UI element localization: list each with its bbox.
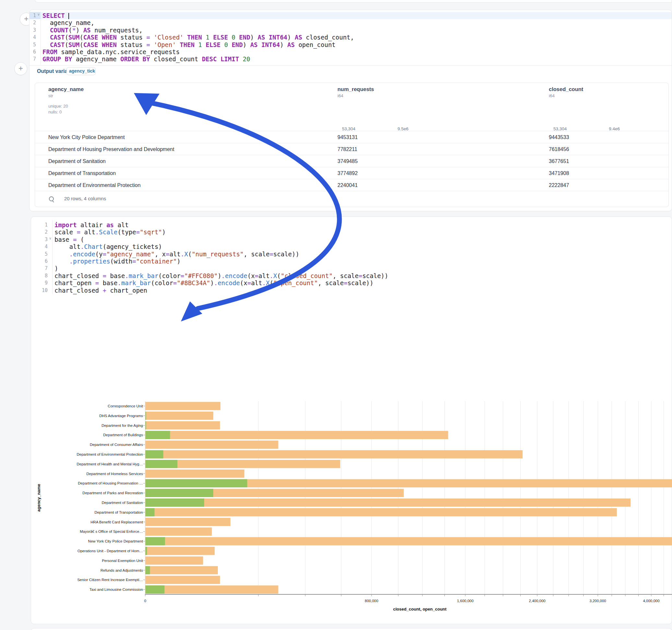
code-token: + (103, 287, 106, 294)
table-row[interactable]: New York City Police Department945313194… (35, 131, 668, 143)
line-number: 10 (31, 287, 48, 294)
line-number: 9 (31, 280, 48, 287)
code-line[interactable]: 2 agency_name, (29, 19, 672, 26)
code-token: = (270, 250, 273, 258)
code-token: "num_requests" (192, 250, 243, 258)
column-header: agency_namestrunique: 20nulls: 0 (48, 86, 83, 115)
code-token: SELECT (43, 12, 65, 19)
add-cell-button-middle[interactable]: + (14, 62, 27, 75)
bar-closed (146, 585, 279, 593)
code-line[interactable]: 1∨SELECT (29, 12, 672, 19)
code-line[interactable]: 6FROM sample_data.nyc.service_requests (29, 48, 672, 55)
code-token: END (239, 34, 250, 41)
code-token: = (73, 236, 76, 243)
column-name: agency_name (48, 86, 83, 92)
code-token: SUM (68, 34, 79, 41)
code-token: ( (65, 34, 68, 41)
bar-open (146, 460, 178, 468)
code-line[interactable]: 3 COUNT(*) AS num_requests, (29, 27, 672, 34)
code-token: ) (162, 228, 166, 236)
code-token: ELSE (213, 34, 228, 41)
output-variable-pill[interactable]: agency_tickets (67, 67, 96, 75)
table-row[interactable]: Department of Environmental Protection22… (35, 179, 668, 191)
column-header: num_requestsi6453,3049.5e6 (337, 86, 374, 98)
table-body: New York City Police Department945313194… (35, 131, 668, 191)
code-line[interactable]: 2scale = alt.Scale(type="sqrt") (31, 228, 672, 236)
code-token: "#8BC34A" (177, 280, 210, 287)
code-token (65, 12, 68, 19)
code-line[interactable]: 10chart_closed + chart_open (31, 287, 672, 294)
code-line[interactable]: 9chart_open = base.mark_bar(color="#8BC3… (31, 280, 672, 287)
code-token: agency_name, (43, 19, 94, 26)
code-token (246, 41, 250, 48)
code-token (284, 41, 287, 48)
code-token: END (232, 41, 243, 48)
code-token: DESC (202, 55, 217, 63)
code-token: Scale (99, 228, 117, 236)
sql-code-editor[interactable]: 1∨SELECT 2 agency_name,3 COUNT(*) AS num… (29, 12, 672, 63)
y-axis-label: Department of Parks and Recreation (82, 491, 143, 495)
x-axis-label: 3,200,000 (590, 599, 606, 603)
code-line[interactable]: 7) (31, 265, 672, 272)
code-token: . (270, 272, 273, 280)
code-token: as (106, 221, 114, 228)
table-cell: Department of Environmental Protection (48, 179, 141, 191)
x-axis-label: 800,000 (365, 599, 378, 603)
code-token: AS (83, 27, 91, 34)
code-token: ) (287, 34, 291, 41)
search-icon[interactable] (49, 196, 54, 201)
code-token (228, 41, 232, 48)
line-number: 3 (31, 236, 48, 243)
fold-chevron-icon[interactable]: ∨ (49, 236, 51, 240)
code-token: mark_bar (121, 280, 151, 287)
y-axis-label: Department of Sanitation (102, 501, 143, 505)
code-token: , scale (318, 280, 344, 287)
code-line[interactable]: 4 alt.Chart(agency_tickets) (31, 243, 672, 250)
table-cell: 3774892 (337, 167, 358, 179)
code-token: ( (79, 34, 83, 41)
code-token: . (80, 243, 84, 250)
line-number: 3 (29, 27, 36, 34)
python-code-editor[interactable]: 1import altair as alt2scale = alt.Scale(… (31, 221, 672, 294)
code-text: GROUP BY agency_name ORDER BY closed_cou… (43, 55, 250, 63)
table-row[interactable]: Department of Sanitation37494853677651 (35, 155, 668, 167)
code-token: chart_open (106, 287, 147, 294)
code-line[interactable]: 6 .properties(width="container") (31, 258, 672, 265)
code-line[interactable]: 4 CAST(SUM(CASE WHEN status = 'Closed' T… (29, 34, 672, 41)
code-token: alt (80, 228, 95, 236)
bar-closed (146, 431, 448, 439)
code-token: CAST (50, 41, 65, 48)
code-token: 1 (206, 34, 209, 41)
code-line[interactable]: 7GROUP BY agency_name ORDER BY closed_co… (29, 55, 672, 63)
code-token: ORDER BY (120, 55, 150, 63)
code-token: = (173, 280, 177, 287)
code-token (79, 27, 83, 34)
y-axis-label: Department of Buildings (103, 433, 143, 437)
code-line[interactable]: 1import altair as alt (31, 221, 672, 228)
code-token (291, 34, 295, 41)
code-line[interactable]: 8chart_closed = base.mark_bar(color="#FF… (31, 272, 672, 280)
code-token: ) (54, 265, 58, 272)
table-row[interactable]: Department of Transportation377489234719… (35, 167, 668, 179)
line-number: 8 (31, 272, 48, 280)
bar-closed (146, 508, 617, 516)
y-axis-label: Department of Transportation (94, 510, 143, 514)
code-line[interactable]: 5 CAST(SUM(CASE WHEN status = 'Open' THE… (29, 41, 672, 48)
table-cell: 2222847 (549, 179, 569, 191)
code-token: alt (54, 243, 80, 250)
code-text: agency_name, (43, 19, 94, 26)
bar-closed (146, 528, 212, 536)
code-line[interactable]: 5 .encode(y="agency_name", x=alt.X("num_… (31, 250, 672, 258)
bar-open (146, 585, 165, 593)
code-text: FROM sample_data.nyc.service_requests (43, 48, 179, 55)
code-token: = (344, 280, 347, 287)
fold-chevron-icon[interactable]: ∨ (37, 12, 40, 17)
code-token: = (181, 272, 184, 280)
code-line[interactable]: 3∨base = ( (31, 236, 672, 243)
line-number: 6 (31, 258, 48, 265)
bar-open (146, 450, 163, 458)
code-token: ELSE (206, 41, 221, 48)
code-token (220, 41, 224, 48)
table-row[interactable]: Department of Housing Preservation and D… (35, 143, 668, 155)
code-token: = (166, 250, 169, 258)
